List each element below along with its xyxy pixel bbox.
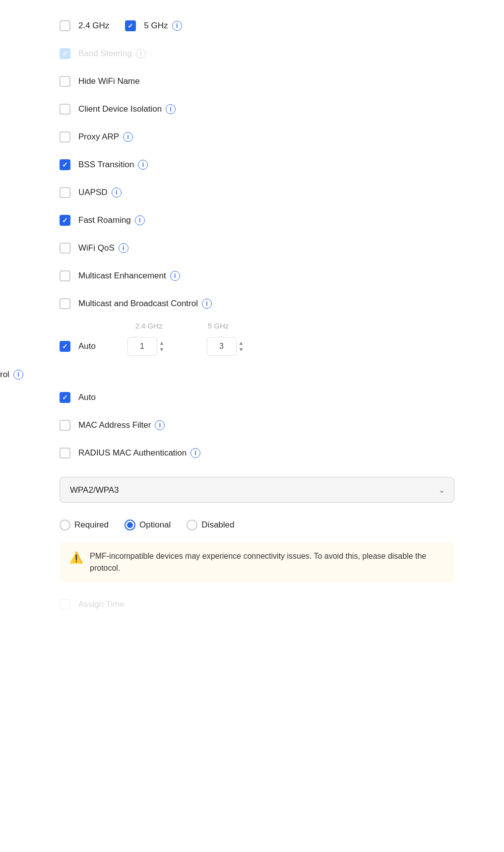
info-icon-client-isolation[interactable]: i [166,104,176,114]
info-icon-band-steering[interactable]: i [136,49,146,59]
uapsd-row: UAPSD i [0,179,504,206]
label-multicast-broadcast: Multicast and Broadcast Control [78,299,198,309]
checkbox-multicast-broadcast[interactable] [60,298,70,309]
label-uapsd: UAPSD [78,188,108,197]
radio-label-disabled: Disabled [201,520,234,530]
label-proxy-arp: Proxy ARP [78,132,119,142]
security-row: WPA2/WPA3 WPA2 WPA3 WEP Open ⌄ [0,467,504,513]
label-band-steering: Band Steering [78,49,132,59]
checkbox-proxy-arp[interactable] [60,131,70,142]
channel-input-5-wrapper: ▲ ▼ [195,337,255,356]
checkbox-multicast-enhancement[interactable] [60,270,70,281]
checkmark-fast-roaming: ✓ [62,217,68,224]
channel-header-row: 2.4 GHz 5 GHz [0,318,504,332]
mac-filter-row: MAC Address Filter i [0,411,504,439]
checkmark-bss-transition: ✓ [62,161,68,168]
client-isolation-row: Client Device Isolation i [0,95,504,123]
warning-text: PMF-incompatible devices may experience … [90,550,444,574]
label-auto2: Auto [78,393,96,402]
radio-disabled[interactable]: Disabled [187,520,234,530]
auto2-row: ✓ Auto [0,384,504,411]
checkbox-fast-roaming[interactable]: ✓ [60,215,70,226]
channel-header-5ghz: 5 GHz [189,322,248,330]
checkbox-uapsd[interactable] [60,187,70,198]
info-icon-uapsd[interactable]: i [112,188,122,197]
label-channel-auto: Auto [78,341,108,351]
label-24ghz: 2.4 GHz [78,21,109,31]
radio-required[interactable]: Required [60,520,109,530]
hide-wifi-row: Hide WiFi Name [0,67,504,95]
spinner-up-24[interactable]: ▲ [159,340,165,346]
channel-input-24[interactable] [127,337,157,356]
checkbox-wifi-qos[interactable] [60,243,70,254]
channel-header-24ghz: 2.4 GHz [119,322,179,330]
label-bss-transition: BSS Transition [78,160,134,170]
partial-label: rol [0,370,9,380]
security-select[interactable]: WPA2/WPA3 WPA2 WPA3 WEP Open [60,477,454,503]
channel-auto-row: ✓ Auto ▲ ▼ ▲ ▼ [0,332,504,361]
channel-input-24-wrapper: ▲ ▼ [116,337,176,356]
checkbox-band-steering[interactable]: ✓ [60,48,70,59]
info-icon-bss-transition[interactable]: i [138,160,148,170]
radio-outer-optional [125,520,135,530]
warning-icon: ⚠️ [69,551,83,564]
info-icon-mac-filter[interactable]: i [155,420,165,430]
radio-label-optional: Optional [139,520,171,530]
bss-transition-row: ✓ BSS Transition i [0,151,504,179]
band-steering-row: ✓ Band Steering i [0,40,504,67]
label-radius-mac: RADIUS MAC Authentication [78,448,187,458]
checkmark-channel-auto: ✓ [62,343,68,350]
label-client-isolation: Client Device Isolation [78,104,162,114]
info-icon-fast-roaming[interactable]: i [135,215,145,225]
checkbox-channel-auto[interactable]: ✓ [60,341,70,352]
radio-outer-disabled [187,520,197,530]
checkbox-client-isolation[interactable] [60,104,70,115]
settings-page: 2.4 GHz ✓ 5 GHz i ✓ Band Steering i Hide… [0,0,504,617]
label-fast-roaming: Fast Roaming [78,215,131,225]
label-hide-wifi: Hide WiFi Name [78,76,140,86]
pmf-radio-row: Required Optional Disabled [0,513,504,537]
spinner-down-5[interactable]: ▼ [239,346,244,353]
checkbox-24ghz[interactable] [60,20,70,31]
radius-mac-row: RADIUS MAC Authentication i [0,439,504,467]
multicast-broadcast-row: Multicast and Broadcast Control i [0,290,504,318]
radio-optional[interactable]: Optional [125,520,171,530]
spinner-up-5[interactable]: ▲ [239,340,244,346]
info-icon-multicast-enhancement[interactable]: i [170,271,180,281]
label-wifi-qos: WiFi QoS [78,243,115,253]
frequency-row: 2.4 GHz ✓ 5 GHz i [0,12,504,40]
checkbox-radius-mac[interactable] [60,448,70,459]
spinner-down-24[interactable]: ▼ [159,346,165,353]
checkmark-auto2: ✓ [62,394,68,401]
checkbox-assign-time[interactable] [60,599,70,610]
label-multicast-enhancement: Multicast Enhancement [78,271,166,281]
checkbox-hide-wifi[interactable] [60,76,70,87]
channel-spinner-24[interactable]: ▲ ▼ [159,340,165,353]
info-icon-partial[interactable]: i [13,370,23,380]
checkbox-auto2[interactable]: ✓ [60,392,70,403]
checkbox-bss-transition[interactable]: ✓ [60,159,70,170]
info-icon-wifi-qos[interactable]: i [119,243,128,253]
info-icon-proxy-arp[interactable]: i [123,132,133,142]
checkbox-mac-filter[interactable] [60,420,70,431]
warning-box: ⚠️ PMF-incompatible devices may experien… [60,542,454,582]
assign-time-row: Assign Time [0,592,504,617]
fast-roaming-row: ✓ Fast Roaming i [0,206,504,234]
radio-inner-optional [127,522,133,528]
security-select-wrapper: WPA2/WPA3 WPA2 WPA3 WEP Open ⌄ [60,477,454,503]
multicast-enhancement-row: Multicast Enhancement i [0,262,504,290]
info-icon-multicast-broadcast[interactable]: i [202,299,212,309]
checkbox-5ghz[interactable]: ✓ [125,20,136,31]
info-icon-5ghz[interactable]: i [172,21,182,31]
label-assign-time: Assign Time [78,599,125,609]
label-mac-filter: MAC Address Filter [78,420,151,430]
checkmark-band-steering: ✓ [62,50,68,57]
channel-input-5[interactable] [207,337,237,356]
channel-spinner-5[interactable]: ▲ ▼ [239,340,244,353]
wifi-qos-row: WiFi QoS i [0,234,504,262]
proxy-arp-row: Proxy ARP i [0,123,504,151]
checkmark-5ghz: ✓ [127,22,133,29]
radio-label-required: Required [74,520,109,530]
radio-outer-required [60,520,70,530]
info-icon-radius-mac[interactable]: i [190,448,200,458]
